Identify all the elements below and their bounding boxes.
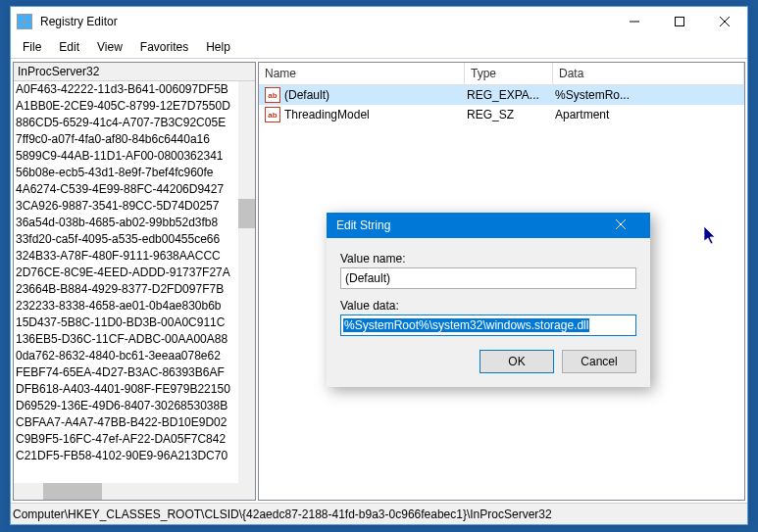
maximize-button[interactable]: [657, 7, 702, 36]
tree-item[interactable]: 0da762-8632-4840-bc61-3eeaa078e62: [14, 348, 255, 364]
scrollbar-horizontal[interactable]: [14, 483, 238, 500]
tree-item[interactable]: 324B33-A78F-480F-9111-9638AACCC: [14, 248, 255, 265]
column-data[interactable]: Data: [553, 63, 744, 84]
scrollbar-thumb[interactable]: [238, 199, 255, 228]
tree-item[interactable]: 56b08e-ecb5-43d1-8e9f-7bef4fc960fe: [14, 165, 255, 181]
tree-item[interactable]: 2D76CE-8C9E-4EED-ADDD-91737F27A: [14, 265, 255, 281]
value-name-label: Value name:: [340, 252, 636, 266]
string-value-icon: ab: [265, 87, 280, 103]
scrollbar-vertical[interactable]: [238, 81, 255, 483]
ok-button[interactable]: OK: [480, 350, 554, 373]
tree-item[interactable]: 136EB5-D36C-11CF-ADBC-00AA00A88: [14, 331, 255, 348]
table-row[interactable]: ab(Default)REG_EXPA...%SystemRo...: [259, 85, 744, 105]
value-data: Apartment: [553, 108, 744, 121]
tree-item[interactable]: 36a54d-038b-4685-ab02-99bb52d3fb8: [14, 215, 255, 231]
values-header: Name Type Data: [259, 63, 744, 85]
tree-item[interactable]: C9B9F5-16FC-47ef-AF22-DA05F7C842: [14, 431, 255, 448]
dialog-title: Edit String: [336, 218, 601, 232]
maximize-icon: [675, 17, 684, 26]
scrollbar-thumb[interactable]: [43, 483, 102, 500]
tree-item[interactable]: 886CD5-6529-41c4-A707-7B3C92C05E: [14, 115, 255, 131]
tree-item[interactable]: 3CA926-9887-3541-89CC-5D74D0257: [14, 198, 255, 215]
tree-item[interactable]: D69529-136E-49D6-8407-3026853038B: [14, 398, 255, 414]
value-data: %SystemRo...: [553, 88, 744, 102]
string-value-icon: ab: [265, 107, 280, 122]
tree-item[interactable]: C21DF5-FB58-4102-90E9-96A213DC70: [14, 448, 255, 464]
edit-string-dialog: Edit String Value name: (Default) Value …: [327, 213, 650, 387]
table-row[interactable]: abThreadingModelREG_SZApartment: [259, 105, 744, 124]
minimize-icon: [630, 17, 639, 26]
menubar: File Edit View Favorites Help: [11, 36, 747, 59]
regedit-icon: [17, 14, 32, 29]
value-name-text: (Default): [345, 271, 390, 285]
tree-item[interactable]: CBFAA7-A4A7-47BB-B422-BD10E9D02: [14, 414, 255, 431]
tree-item[interactable]: 7ff9c0-a07f-4fa0-af80-84b6c6440a16: [14, 131, 255, 148]
value-name: ThreadingModel: [284, 108, 370, 121]
tree-item[interactable]: 33fd20-ca5f-4095-a535-edb00455ce66: [14, 231, 255, 248]
statusbar: Computer\HKEY_CLASSES_ROOT\CLSID\{42aedc…: [11, 503, 747, 524]
menu-file[interactable]: File: [15, 38, 49, 56]
menu-edit[interactable]: Edit: [51, 38, 87, 56]
dialog-titlebar[interactable]: Edit String: [327, 213, 650, 238]
close-icon: [720, 17, 730, 26]
value-data-field[interactable]: %SystemRoot%\system32\windows.storage.dl…: [340, 314, 636, 336]
close-button[interactable]: [702, 7, 747, 36]
tree-item[interactable]: FEBF74-65EA-4D27-B3AC-86393B6AF: [14, 364, 255, 381]
column-name[interactable]: Name: [259, 63, 465, 84]
tree-item[interactable]: A1BB0E-2CE9-405C-8799-12E7D7550D: [14, 98, 255, 115]
tree-item[interactable]: 15D437-5B8C-11D0-BD3B-00A0C911C: [14, 314, 255, 331]
value-name: (Default): [284, 88, 329, 102]
minimize-button[interactable]: [612, 7, 657, 36]
menu-help[interactable]: Help: [198, 38, 238, 56]
titlebar[interactable]: Registry Editor: [11, 7, 747, 36]
tree-pane[interactable]: InProcServer32 A0F463-42222-11d3-B641-00…: [13, 62, 256, 501]
scroll-corner: [238, 483, 255, 500]
menu-view[interactable]: View: [89, 38, 130, 56]
tree-item[interactable]: 4A6274-C539-4E99-88FC-44206D9427: [14, 181, 255, 198]
value-data-text: %SystemRoot%\system32\windows.storage.dl…: [343, 318, 589, 332]
cancel-button[interactable]: Cancel: [562, 350, 636, 373]
dialog-close-button[interactable]: [601, 218, 640, 232]
menu-favorites[interactable]: Favorites: [132, 38, 196, 56]
window-title: Registry Editor: [40, 15, 612, 28]
tree-item[interactable]: 232233-8338-4658-ae01-0b4ae830b6b: [14, 298, 255, 314]
column-type[interactable]: Type: [465, 63, 553, 84]
tree-item[interactable]: 5899C9-44AB-11D1-AF00-0800362341: [14, 148, 255, 165]
tree-item[interactable]: 23664B-B884-4929-8377-D2FD097F7B: [14, 281, 255, 298]
tree-item[interactable]: DFB618-A403-4401-908F-FE979B22150: [14, 381, 255, 398]
svg-rect-1: [676, 18, 684, 26]
value-type: REG_EXPA...: [465, 88, 553, 102]
tree-item[interactable]: A0F463-42222-11d3-B641-006097DF5B: [14, 81, 255, 98]
close-icon: [616, 219, 626, 229]
value-data-label: Value data:: [340, 299, 636, 313]
value-name-field[interactable]: (Default): [340, 267, 636, 289]
tree-selected-key[interactable]: InProcServer32: [14, 63, 255, 81]
value-type: REG_SZ: [465, 108, 553, 121]
